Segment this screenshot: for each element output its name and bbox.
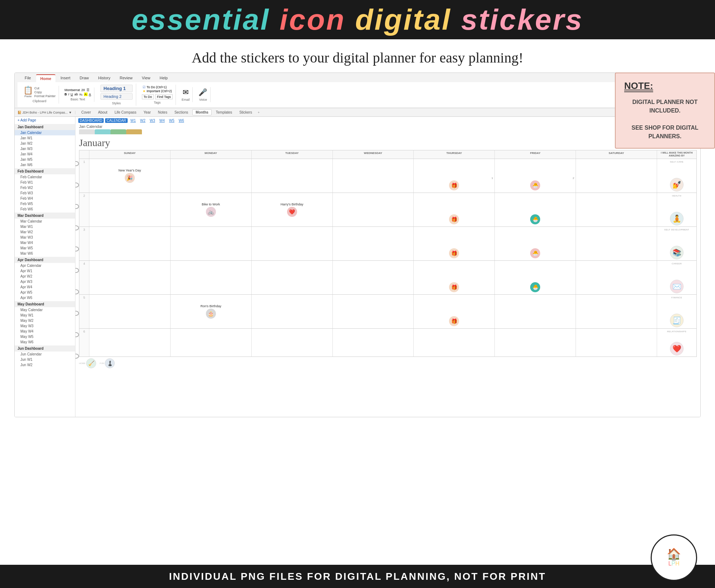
- feb-w4[interactable]: Feb W4: [15, 196, 75, 201]
- fri-r1-icon: 🐣: [530, 180, 540, 190]
- feb-w2[interactable]: Feb W2: [15, 185, 75, 190]
- color-tab-1: [79, 129, 95, 134]
- cell-r1-mon: [171, 159, 252, 193]
- color-tab-4: [126, 129, 142, 134]
- apr-w4[interactable]: Apr W4: [15, 284, 75, 290]
- jan-w3[interactable]: Jan W3: [15, 146, 75, 151]
- apr-w3[interactable]: Apr W3: [15, 279, 75, 284]
- tab-help[interactable]: Help: [155, 74, 172, 82]
- tab-draw[interactable]: Draw: [75, 74, 93, 82]
- feb-w1[interactable]: Feb W1: [15, 180, 75, 185]
- nav-stickers[interactable]: Stickers: [236, 110, 255, 115]
- jan-w1[interactable]: Jan W1: [15, 135, 75, 141]
- subnav-w1[interactable]: W1: [129, 118, 137, 123]
- mar-w1[interactable]: Mar W1: [15, 224, 75, 229]
- mar-calendar[interactable]: Mar Calendar: [15, 219, 75, 224]
- may-calendar[interactable]: May Calendar: [15, 307, 75, 313]
- subnav-w2[interactable]: W2: [139, 118, 147, 123]
- voice-label: Voice: [199, 98, 207, 101]
- mar-w6[interactable]: Mar W6: [15, 251, 75, 256]
- nav-about[interactable]: About: [95, 110, 110, 115]
- tab-history[interactable]: History: [94, 74, 114, 82]
- mar-w3[interactable]: Mar W3: [15, 235, 75, 240]
- nav-cover[interactable]: Cover: [79, 110, 94, 115]
- cal-row-5: 5 Ron's Birthday 🎂 🎁: [79, 294, 697, 328]
- may-w4[interactable]: May W4: [15, 329, 75, 334]
- subnav-w5[interactable]: W5: [168, 118, 176, 123]
- ribbon-group-email: ✉ Email: [179, 87, 193, 102]
- feb-calendar[interactable]: Feb Calendar: [15, 174, 75, 180]
- subtitle-text: Add the stickers to your digital planner…: [192, 50, 523, 66]
- ribbon-group-tags: ☑ To Do (Ctrl+1) ★ Important (Ctrl+2) To…: [139, 85, 176, 105]
- spiral-rings: [75, 150, 78, 370]
- add-page-btn[interactable]: + Add Page: [18, 118, 36, 122]
- subnav-w4[interactable]: W4: [158, 118, 166, 123]
- mar-w4[interactable]: Mar W4: [15, 240, 75, 245]
- apr-calendar[interactable]: Apr Calendar: [15, 263, 75, 268]
- nav-months[interactable]: Months: [192, 109, 212, 115]
- cell-r1-sun: New Year's Day 🎉: [89, 159, 171, 193]
- apr-w1[interactable]: Apr W1: [15, 268, 75, 274]
- may-w5[interactable]: May W5: [15, 334, 75, 339]
- mar-header: Mar Dashboard: [15, 213, 75, 219]
- sidebar: + Add Page Jan Dashboard Jan Calendar Ja…: [15, 117, 75, 417]
- nav-life-compass[interactable]: Life Compass: [112, 110, 139, 115]
- side-r2: HEALTH 🧘: [657, 193, 696, 226]
- footer-banner: INDIVIDUAL PNG FILES FOR DIGITAL PLANNIN…: [0, 565, 715, 588]
- nav-notes[interactable]: Notes: [155, 110, 170, 115]
- apr-w5[interactable]: Apr W5: [15, 290, 75, 295]
- todo-btn[interactable]: To Do: [142, 94, 154, 99]
- cell-r3-thu: 🎁: [414, 227, 495, 260]
- jan-w2[interactable]: Jan W2: [15, 141, 75, 146]
- nav-year[interactable]: Year: [141, 110, 154, 115]
- lph-logo: 🏠 LPH: [651, 534, 697, 581]
- jan-w4[interactable]: Jan W4: [15, 151, 75, 157]
- feb-w5[interactable]: Feb W5: [15, 201, 75, 206]
- apr-w2[interactable]: Apr W2: [15, 274, 75, 279]
- mar-w2[interactable]: Mar W2: [15, 229, 75, 235]
- title-icon: icon: [280, 3, 346, 36]
- jun-w2[interactable]: Jun W2: [15, 362, 75, 368]
- cell-r3-fri: 🐣: [495, 227, 576, 260]
- tab-file[interactable]: File: [20, 74, 35, 82]
- page-nav: 📔 JDH Boho - LPH Life Compas... ▼ | Cove…: [15, 108, 700, 117]
- subnav-w6[interactable]: W6: [177, 118, 186, 123]
- find-tags-btn[interactable]: Find Tags: [155, 94, 173, 99]
- note-body: DIGITAL PLANNER NOT INCLUDED. SEE SHOP F…: [624, 98, 706, 141]
- heading2-block[interactable]: Heading 2: [100, 93, 133, 100]
- cal-row-3: 3 🎁 🐣: [79, 226, 697, 260]
- may-w6[interactable]: May W6: [15, 339, 75, 345]
- tab-insert[interactable]: Insert: [56, 74, 75, 82]
- col-thursday: THURSDAY: [414, 150, 495, 159]
- subnav-dashboard[interactable]: DASHBOARD: [78, 118, 104, 123]
- jan-calendar[interactable]: Jan Calendar: [15, 130, 75, 135]
- planner-subnav: DASHBOARD CALENDAR W1 W2 W3 W4 W5 W6: [75, 117, 700, 124]
- onenote-container: File Home Insert Draw History Review Vie…: [14, 73, 701, 417]
- may-w3[interactable]: May W3: [15, 323, 75, 329]
- email-label: Email: [182, 98, 190, 101]
- feb-w3[interactable]: Feb W3: [15, 190, 75, 196]
- may-w1[interactable]: May W1: [15, 313, 75, 318]
- cal-row-4: 4 🎁 🐣: [79, 260, 697, 294]
- nav-sections[interactable]: Sections: [172, 110, 191, 115]
- jan-w5[interactable]: Jan W5: [15, 157, 75, 162]
- thu-r1-icon: 🎁: [449, 180, 459, 190]
- important-label: Important (Ctrl+2): [147, 89, 172, 93]
- calendar-wrapper: Jan Calendar January: [75, 124, 700, 370]
- feb-w6[interactable]: Feb W6: [15, 206, 75, 212]
- may-w2[interactable]: May W2: [15, 318, 75, 323]
- cell-r1-thu: 1 🎁: [414, 159, 495, 193]
- subnav-calendar[interactable]: CALENDAR: [105, 118, 127, 123]
- apr-w6[interactable]: Apr W6: [15, 295, 75, 300]
- nav-templates[interactable]: Templates: [213, 110, 235, 115]
- heading1-block[interactable]: Heading 1: [100, 85, 133, 92]
- tab-home[interactable]: Home: [36, 74, 56, 82]
- tab-review[interactable]: Review: [115, 74, 137, 82]
- jun-w1[interactable]: Jun W1: [15, 357, 75, 362]
- tab-view[interactable]: View: [138, 74, 155, 82]
- mar-w5[interactable]: Mar W5: [15, 245, 75, 251]
- jan-w6[interactable]: Jan W6: [15, 162, 75, 168]
- jun-calendar[interactable]: Jun Calendar: [15, 352, 75, 357]
- subnav-w3[interactable]: W3: [148, 118, 157, 123]
- header-banner: essential icon digital stickers: [0, 0, 715, 39]
